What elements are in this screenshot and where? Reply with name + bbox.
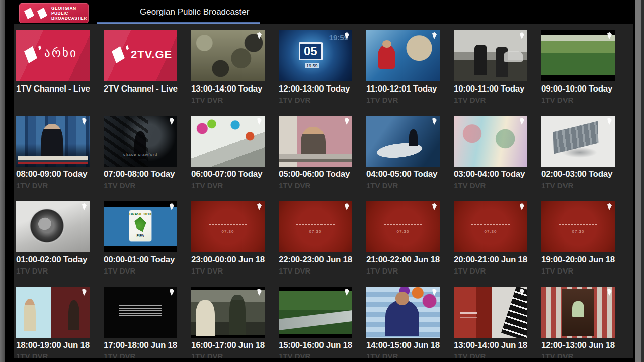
- program-tile[interactable]: 02:00-03:00 Today 1TV DVR: [541, 116, 615, 189]
- gpb-corner-logo-icon: [432, 203, 437, 210]
- program-source: 1TV DVR: [454, 352, 527, 358]
- program-thumbnail: 19:590519:59: [279, 30, 352, 81]
- program-title: 09:00-10:00 Today: [541, 84, 615, 94]
- program-tile[interactable]: 07:30 22:00-23:00 Jun 18 1TV DVR: [279, 201, 352, 275]
- program-title: 19:00-20:00 Jun 18: [541, 255, 615, 265]
- program-tile[interactable]: 05:00-06:00 Today 1TV DVR: [279, 116, 352, 189]
- program-title: 06:00-07:00 Today: [191, 169, 265, 179]
- gpb-corner-logo-icon: [170, 289, 174, 296]
- action-bar: GEORGIAN PUBLIC BROADCASTER Georgian Pub…: [5, 0, 635, 24]
- program-tile[interactable]: 18:00-19:00 Jun 18 1TV DVR: [16, 287, 90, 358]
- program-source: 1TV DVR: [16, 181, 90, 190]
- program-thumbnail: [454, 116, 527, 167]
- program-tile[interactable]: 15:00-16:00 Jun 18 1TV DVR: [279, 287, 352, 358]
- program-thumbnail: [191, 287, 265, 338]
- program-source: 1TV DVR: [541, 96, 615, 104]
- program-tile[interactable]: 07:30 23:00-00:00 Jun 18 1TV DVR: [191, 201, 265, 275]
- program-tile[interactable]: 07:30 20:00-21:00 Jun 18 1TV DVR: [454, 201, 527, 275]
- program-source: 1TV DVR: [454, 266, 527, 275]
- program-source: 1TV DVR: [541, 266, 615, 275]
- program-title: 11:00-12:01 Today: [366, 84, 440, 94]
- program-tile[interactable]: 03:00-04:00 Today 1TV DVR: [454, 116, 527, 189]
- fifa-brasil-label: BRASIL 2013: [129, 212, 151, 216]
- program-source: 1TV DVR: [279, 266, 352, 275]
- program-thumbnail: chace crawford: [104, 116, 177, 167]
- program-title: 16:00-17:00 Jun 18: [191, 340, 265, 350]
- offair-time: 07:30: [191, 229, 265, 234]
- channel-2-wordmark: 2TV.GE: [131, 48, 172, 61]
- program-grid: არხი 1TV Channel - Live 2TV.GE 2TV Chann…: [14, 24, 633, 358]
- gpb-corner-logo-icon: [257, 289, 262, 296]
- program-source: 1TV DVR: [541, 181, 615, 190]
- program-source: 1TV DVR: [366, 181, 440, 190]
- program-source: 1TV DVR: [16, 352, 90, 358]
- program-tile[interactable]: 16:00-17:00 Jun 18 1TV DVR: [191, 287, 265, 358]
- logo-line-1: GEORGIAN: [51, 6, 87, 11]
- gpb-corner-logo-icon: [345, 289, 349, 296]
- gpb-corner-logo-icon: [520, 289, 524, 296]
- program-tile[interactable]: BRASIL 2013FIFA 00:00-01:00 Today 1TV DV…: [104, 201, 177, 275]
- program-source: 1TV DVR: [191, 96, 265, 104]
- program-tile[interactable]: 06:00-07:00 Today 1TV DVR: [191, 116, 265, 189]
- program-tile[interactable]: 17:00-18:00 Jun 18 1TV DVR: [104, 287, 177, 358]
- program-thumbnail: არხი: [16, 30, 90, 81]
- gpb-corner-logo-icon: [607, 289, 612, 296]
- program-thumbnail: [366, 287, 440, 338]
- program-tile[interactable]: 13:00-14:00 Jun 18 1TV DVR: [454, 287, 527, 358]
- offair-time: 07:30: [454, 229, 527, 234]
- program-thumbnail: [454, 287, 527, 338]
- program-tile[interactable]: 09:00-10:00 Today 1TV DVR: [541, 30, 615, 104]
- program-source: 1TV DVR: [104, 266, 177, 275]
- program-thumbnail: [541, 30, 615, 81]
- program-source: 1TV DVR: [16, 266, 90, 275]
- program-tile[interactable]: 01:00-02:00 Today 1TV DVR: [16, 201, 90, 275]
- tab-georgian-public-broadcaster[interactable]: Georgian Public Broadcaster: [97, 0, 260, 24]
- program-tile[interactable]: chace crawford 07:00-08:00 Today 1TV DVR: [104, 116, 177, 189]
- program-title: 08:00-09:00 Today: [16, 169, 90, 179]
- gpb-corner-logo-icon: [345, 203, 349, 210]
- gpb-corner-logo-icon: [520, 118, 524, 125]
- program-tile[interactable]: 07:30 21:00-22:00 Jun 18 1TV DVR: [366, 201, 440, 275]
- program-tile[interactable]: 11:00-12:01 Today 1TV DVR: [366, 30, 440, 104]
- program-source: 1TV DVR: [279, 181, 352, 190]
- program-thumbnail: 2TV.GE: [104, 30, 177, 81]
- program-tile[interactable]: 14:00-15:00 Jun 18 1TV DVR: [366, 287, 440, 358]
- program-tile[interactable]: 07:30 19:00-20:00 Jun 18 1TV DVR: [541, 201, 615, 275]
- program-title: 13:00-14:00 Jun 18: [454, 340, 527, 350]
- program-title: 12:00-13:00 Today: [279, 84, 352, 94]
- program-thumbnail: [16, 201, 90, 252]
- offair-time: 07:30: [279, 229, 352, 234]
- program-title: 22:00-23:00 Jun 18: [279, 255, 352, 265]
- gpb-1tv-mark-icon: [24, 8, 34, 19]
- program-thumbnail: [16, 116, 90, 167]
- program-thumbnail: [104, 287, 177, 338]
- program-source: 1TV DVR: [279, 352, 352, 358]
- program-tile[interactable]: 19:590519:59 12:00-13:00 Today 1TV DVR: [279, 30, 352, 104]
- gpb-corner-logo-icon: [607, 203, 612, 210]
- program-tile[interactable]: არხი 1TV Channel - Live: [16, 30, 90, 104]
- program-tile[interactable]: 2TV.GE 2TV Channel - Live: [104, 30, 177, 104]
- program-title: 14:00-15:00 Jun 18: [366, 340, 440, 350]
- program-thumbnail: 07:30: [366, 201, 440, 252]
- app-logo-text: GEORGIAN PUBLIC BROADCASTER: [51, 6, 87, 21]
- fifa-label: FIFA: [129, 234, 151, 237]
- app-screen: GEORGIAN PUBLIC BROADCASTER Georgian Pub…: [0, 0, 644, 362]
- gpb-corner-logo-icon: [432, 32, 437, 39]
- program-thumbnail: 07:30: [454, 201, 527, 252]
- gpb-corner-logo-icon: [432, 118, 437, 125]
- program-title: 20:00-21:00 Jun 18: [454, 255, 527, 265]
- program-source: 1TV DVR: [541, 352, 615, 358]
- program-tile[interactable]: 10:00-11:00 Today 1TV DVR: [454, 30, 527, 104]
- program-title: 00:00-01:00 Today: [104, 255, 177, 265]
- screen-bezel-left: [0, 0, 5, 362]
- program-thumbnail: 07:30: [191, 201, 265, 252]
- program-thumbnail: [541, 287, 615, 338]
- program-source: 1TV DVR: [191, 352, 265, 358]
- program-tile[interactable]: 08:00-09:00 Today 1TV DVR: [16, 116, 90, 189]
- program-title: 15:00-16:00 Jun 18: [279, 340, 352, 350]
- program-tile[interactable]: 12:00-13:00 Jun 18 1TV DVR: [541, 287, 615, 358]
- program-tile[interactable]: 04:00-05:00 Today 1TV DVR: [366, 116, 440, 189]
- program-title: 01:00-02:00 Today: [16, 255, 90, 265]
- gpb-corner-logo-icon: [345, 118, 349, 125]
- program-tile[interactable]: 13:00-14:00 Today 1TV DVR: [191, 30, 265, 104]
